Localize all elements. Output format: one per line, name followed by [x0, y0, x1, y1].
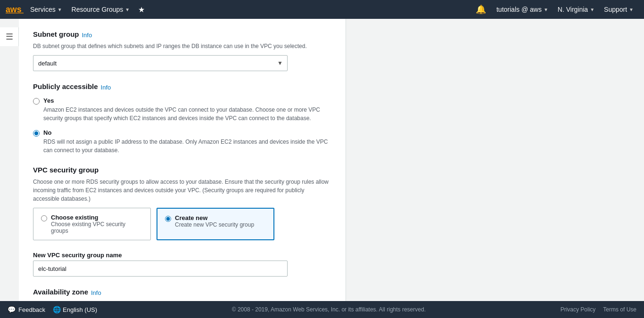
vpc-card-create-new[interactable]: Create new Create new VPC security group	[157, 208, 274, 240]
radio-yes-desc: Amazon EC2 instances and devices outside…	[43, 106, 331, 122]
copyright-text: © 2008 - 2019, Amazon Web Services, Inc.…	[97, 306, 561, 313]
bottom-links: Privacy Policy Terms of Use	[561, 306, 636, 313]
support-menu[interactable]: Support ▼	[599, 0, 638, 19]
radio-option-yes: Yes Amazon EC2 instances and devices out…	[33, 97, 331, 122]
user-chevron: ▼	[544, 7, 548, 12]
support-label: Support	[604, 6, 627, 13]
support-chevron: ▼	[629, 7, 634, 12]
copyright-label: © 2008 - 2019, Amazon Web Services, Inc.…	[232, 306, 426, 313]
bottom-bar: 💬 Feedback 🌐 English (US) © 2008 - 2019,…	[0, 301, 644, 318]
resource-groups-menu[interactable]: Resource Groups ▼	[67, 0, 135, 19]
subnet-group-select-wrapper: default ▼	[33, 55, 288, 71]
vpc-radio-existing[interactable]	[41, 215, 47, 221]
sidebar-toggle[interactable]: ☰	[0, 27, 19, 46]
availability-zone-info-link[interactable]: Info	[91, 289, 101, 296]
radio-no-desc: RDS will not assign a public IP address …	[43, 138, 331, 155]
language-selector[interactable]: 🌐 English (US)	[53, 306, 97, 313]
feedback-icon: 💬	[8, 306, 16, 313]
content-area: Subnet group Info DB subnet group that d…	[19, 19, 346, 318]
user-label: tutorials @ aws	[496, 6, 542, 13]
availability-zone-title: Availability zone	[33, 288, 88, 296]
services-chevron: ▼	[58, 7, 62, 12]
publicly-accessible-section: Publicly accessible Info Yes Amazon EC2 …	[33, 82, 331, 155]
publicly-accessible-info-link[interactable]: Info	[101, 84, 111, 91]
publicly-accessible-title: Publicly accessible	[33, 82, 98, 90]
subnet-group-desc: DB subnet group that defines which subne…	[33, 42, 331, 50]
globe-icon: 🌐	[53, 306, 61, 313]
vpc-security-group-section: VPC security group Choose one or more RD…	[33, 166, 331, 240]
feedback-section[interactable]: 💬 Feedback	[8, 306, 45, 313]
resource-groups-label: Resource Groups	[72, 6, 124, 13]
subnet-group-select[interactable]: default	[33, 55, 288, 71]
new-vpc-name-input[interactable]	[33, 261, 288, 277]
vpc-existing-desc: Choose existing VPC security groups	[51, 221, 143, 234]
new-vpc-name-section: New VPC security group name	[33, 252, 331, 277]
right-panel	[346, 19, 644, 318]
radio-no[interactable]	[33, 130, 40, 137]
feedback-label: Feedback	[18, 306, 45, 313]
favorites-star[interactable]: ★	[134, 5, 149, 14]
radio-yes[interactable]	[33, 98, 40, 105]
services-label: Services	[30, 6, 56, 13]
vpc-create-new-desc: Create new VPC security group	[175, 221, 254, 228]
radio-yes-label: Yes	[43, 97, 331, 104]
subnet-group-info-link[interactable]: Info	[82, 32, 92, 39]
vpc-card-choose-existing[interactable]: Choose existing Choose existing VPC secu…	[33, 208, 151, 240]
subnet-group-title: Subnet group	[33, 30, 79, 38]
user-menu[interactable]: tutorials @ aws ▼	[492, 0, 553, 19]
region-label: N. Virginia	[558, 6, 588, 13]
subnet-group-section: Subnet group Info DB subnet group that d…	[33, 30, 331, 71]
vpc-radio-create-new[interactable]	[165, 216, 171, 222]
vpc-cards-container: Choose existing Choose existing VPC secu…	[33, 208, 331, 240]
radio-no-label: No	[43, 129, 331, 136]
terms-of-use-link[interactable]: Terms of Use	[603, 306, 636, 313]
vpc-create-new-title: Create new	[175, 214, 254, 221]
resource-groups-chevron: ▼	[125, 7, 130, 12]
notifications-bell[interactable]: 🔔	[470, 4, 492, 15]
vpc-security-group-title: VPC security group	[33, 166, 99, 174]
privacy-policy-link[interactable]: Privacy Policy	[561, 306, 596, 313]
region-chevron: ▼	[590, 7, 594, 12]
region-menu[interactable]: N. Virginia ▼	[553, 0, 599, 19]
radio-option-no: No RDS will not assign a public IP addre…	[33, 129, 331, 155]
top-nav: aws aws Services ▼ Resource Groups ▼ ★ 🔔…	[0, 0, 644, 19]
services-menu[interactable]: Services ▼	[25, 0, 67, 19]
vpc-existing-title: Choose existing	[51, 214, 143, 221]
new-vpc-name-label: New VPC security group name	[33, 252, 331, 259]
language-label: English (US)	[63, 306, 97, 313]
vpc-security-group-desc: Choose one or more RDS security groups t…	[33, 178, 331, 203]
